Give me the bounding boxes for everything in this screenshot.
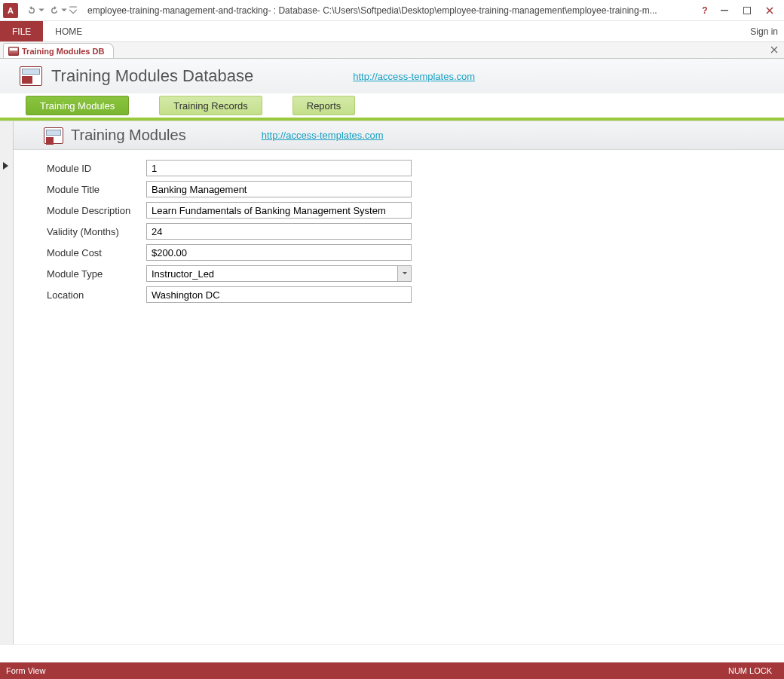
svg-rect-0 [721, 10, 728, 11]
form-body: Training Modules http://access-templates… [14, 121, 784, 660]
object-tab-training-modules-db[interactable]: Training Modules DB [3, 43, 114, 58]
form-subheader-link[interactable]: http://access-templates.com [262, 130, 384, 141]
record-selector[interactable] [0, 121, 14, 660]
db-header-link[interactable]: http://access-templates.com [353, 71, 475, 82]
undo-dropdown[interactable] [38, 2, 45, 19]
label-module-cost: Module Cost [47, 247, 146, 258]
label-module-id: Module ID [47, 163, 146, 174]
form-icon [44, 127, 63, 144]
ribbon-tab-file[interactable]: FILE [0, 21, 43, 41]
qat-customize[interactable] [68, 2, 78, 19]
input-module-cost[interactable]: $200.00 [146, 244, 412, 261]
label-validity: Validity (Months) [47, 226, 146, 237]
label-module-title: Module Title [47, 184, 146, 195]
combo-module-type[interactable]: Instructor_Led [146, 265, 412, 282]
object-tab-bar: Training Modules DB [0, 42, 784, 59]
form-fields: Module ID 1 Module Title Banking Managem… [14, 150, 784, 305]
window-title: employee-training-management-and-trackin… [78, 5, 697, 16]
nav-training-records[interactable]: Training Records [159, 96, 262, 115]
input-module-id[interactable]: 1 [146, 160, 412, 176]
form-header-area: Training Modules Database http://access-… [0, 59, 784, 121]
nav-bar: Training Modules Training Records Report… [0, 93, 784, 121]
combo-dropdown-button[interactable] [397, 266, 411, 281]
form-icon [8, 47, 19, 56]
blank-area [0, 644, 784, 662]
ribbon: FILE HOME Sign in [0, 21, 784, 42]
status-numlock: NUM LOCK [728, 666, 778, 675]
label-module-description: Module Description [47, 205, 146, 216]
combo-module-type-value: Instructor_Led [152, 268, 214, 280]
status-left: Form View [6, 666, 728, 675]
redo-dropdown[interactable] [60, 2, 68, 19]
form-subheader-title: Training Modules [71, 127, 186, 144]
input-location[interactable]: Washington DC [146, 286, 412, 303]
db-title: Training Modules Database [51, 66, 253, 86]
object-tab-label: Training Modules DB [22, 47, 104, 56]
label-module-type: Module Type [47, 268, 146, 280]
sign-in-link[interactable]: Sign in [750, 21, 778, 42]
database-icon [20, 66, 42, 86]
ribbon-tab-home[interactable]: HOME [43, 21, 94, 41]
form-subheader: Training Modules http://access-templates… [14, 121, 784, 150]
status-bar: Form View NUM LOCK [0, 662, 784, 679]
nav-training-modules[interactable]: Training Modules [26, 96, 129, 115]
access-app-icon: A [3, 3, 18, 18]
maximize-button[interactable] [736, 2, 758, 19]
input-module-title[interactable]: Banking Management [146, 181, 412, 197]
input-validity[interactable]: 24 [146, 223, 412, 240]
input-module-description[interactable]: Learn Fundamentals of Banking Management… [146, 202, 412, 219]
help-button[interactable]: ? [697, 2, 713, 19]
nav-reports[interactable]: Reports [292, 96, 356, 115]
titlebar: A employee-training-management-and-track… [0, 0, 784, 21]
form-area: Training Modules http://access-templates… [0, 121, 784, 660]
minimize-button[interactable] [713, 2, 736, 19]
db-header: Training Modules Database http://access-… [0, 59, 784, 93]
close-button[interactable] [758, 2, 781, 19]
label-location: Location [47, 289, 146, 301]
svg-rect-1 [744, 7, 751, 14]
object-tab-close-button[interactable] [769, 44, 779, 55]
